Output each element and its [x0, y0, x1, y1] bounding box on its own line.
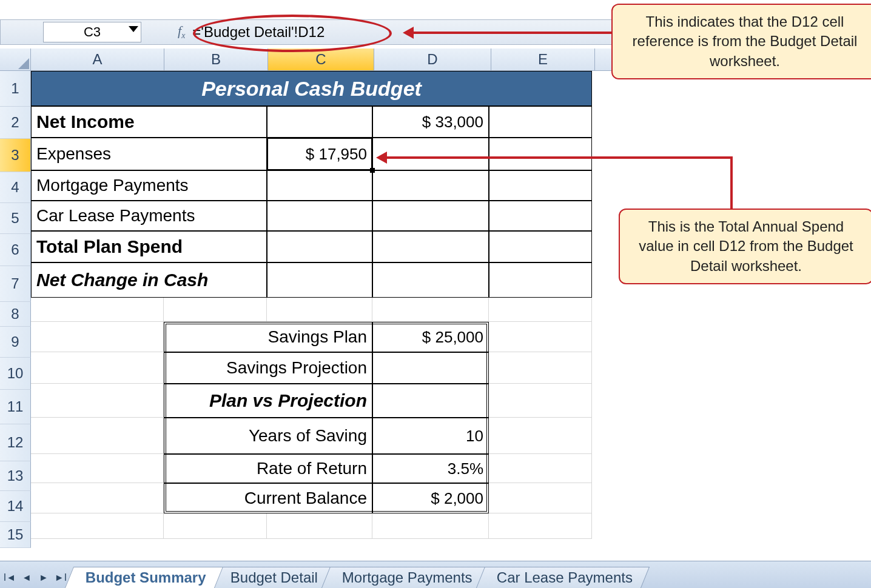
tab-nav-next[interactable]: ►	[38, 571, 50, 584]
row-header-8[interactable]: 8	[0, 302, 31, 327]
sheet-tab-budget-summary[interactable]: Budget Summary	[65, 567, 223, 588]
cell-A4[interactable]: Mortgage Payments	[31, 170, 267, 201]
cell-E8[interactable]	[489, 298, 592, 322]
callout-top: This indicates that the D12 cell referen…	[611, 4, 871, 79]
arrow-line-top	[412, 32, 611, 34]
row-header-11[interactable]: 11	[0, 390, 31, 424]
cell-A1[interactable]: Personal Cash Budget	[31, 71, 592, 106]
arrow-line-bottom-h	[386, 156, 733, 159]
cell-D5[interactable]	[372, 201, 489, 231]
name-box[interactable]: C3	[43, 22, 141, 42]
cell-E15[interactable]	[489, 513, 592, 539]
cell-E10[interactable]	[489, 352, 592, 384]
cell-A6[interactable]: Total Plan Spend	[31, 231, 267, 262]
tab-nav-prev[interactable]: ◄	[21, 571, 33, 584]
cell-A7[interactable]: Net Change in Cash	[31, 262, 267, 298]
cell-D15[interactable]	[372, 513, 489, 539]
cell-C2[interactable]	[267, 106, 372, 138]
cell-C4[interactable]	[267, 170, 372, 201]
cell-A10[interactable]	[31, 352, 164, 384]
select-all-corner[interactable]	[0, 48, 31, 70]
cell-E11[interactable]	[489, 384, 592, 418]
row-header-9[interactable]: 9	[0, 327, 31, 358]
cell-A13[interactable]	[31, 454, 164, 483]
row-header-5[interactable]: 5	[0, 203, 31, 234]
tab-nav-last[interactable]: ►I	[55, 571, 67, 584]
sheet-tab-budget-detail[interactable]: Budget Detail	[210, 567, 335, 588]
cell-A3[interactable]: Expenses	[31, 138, 267, 170]
arrow-line-bottom-v	[730, 156, 733, 210]
cell-E13[interactable]	[489, 454, 592, 483]
row-header-7[interactable]: 7	[0, 266, 31, 302]
cell-C15[interactable]	[267, 513, 372, 539]
svg-marker-0	[18, 58, 29, 69]
cell-A15[interactable]	[31, 513, 164, 539]
row-header-4[interactable]: 4	[0, 172, 31, 203]
cell-D6[interactable]	[372, 231, 489, 262]
row-header-6[interactable]: 6	[0, 234, 31, 266]
col-header-B[interactable]: B	[164, 48, 268, 70]
cell-E14[interactable]	[489, 483, 592, 513]
cell-D8[interactable]	[372, 298, 489, 322]
cell-E7[interactable]	[489, 262, 592, 298]
arrow-head-bottom	[376, 152, 387, 164]
sheet-tab-car-lease-payments[interactable]: Car Lease Payments	[476, 567, 650, 588]
cell-D2[interactable]: $ 33,000	[372, 106, 489, 138]
cell-D3[interactable]	[372, 138, 489, 170]
row-header-2[interactable]: 2	[0, 107, 31, 139]
sheet-tab-bar: I◄ ◄ ► ►I Budget SummaryBudget DetailMor…	[0, 561, 871, 588]
cell-A9[interactable]	[31, 322, 164, 352]
cell-E9[interactable]	[489, 322, 592, 352]
col-header-A[interactable]: A	[31, 48, 164, 70]
cell-E3[interactable]	[489, 138, 592, 170]
annotation-oval	[193, 15, 392, 52]
cell-B15[interactable]	[164, 513, 267, 539]
row-header-13[interactable]: 13	[0, 461, 31, 491]
tab-nav-first[interactable]: I◄	[4, 571, 16, 584]
tab-nav-buttons: I◄ ◄ ► ►I	[4, 571, 67, 584]
row-header-3[interactable]: 3	[0, 139, 31, 172]
cell-A2[interactable]: Net Income	[31, 106, 267, 138]
chevron-down-icon[interactable]	[129, 26, 138, 32]
cell-C5[interactable]	[267, 201, 372, 231]
cell-B8[interactable]	[164, 298, 267, 322]
callout-bottom: This is the Total Annual Spend value in …	[619, 209, 871, 284]
cell-A14[interactable]	[31, 483, 164, 513]
cell-D7[interactable]	[372, 262, 489, 298]
summary-box	[164, 322, 489, 513]
cell-A12[interactable]	[31, 418, 164, 454]
name-box-value: C3	[84, 24, 101, 40]
row-header-10[interactable]: 10	[0, 358, 31, 390]
cell-C3[interactable]: $ 17,950	[267, 138, 372, 170]
spreadsheet: A B C D E 123456789101112131415 Personal…	[0, 48, 614, 568]
cell-E5[interactable]	[489, 201, 592, 231]
cell-E2[interactable]	[489, 106, 592, 138]
col-header-E[interactable]: E	[491, 48, 595, 70]
col-header-D[interactable]: D	[374, 48, 491, 70]
row-header-12[interactable]: 12	[0, 424, 31, 461]
cell-A8[interactable]	[31, 298, 164, 322]
row-header-1[interactable]: 1	[0, 71, 31, 107]
row-header-14[interactable]: 14	[0, 491, 31, 522]
cell-E6[interactable]	[489, 231, 592, 262]
cell-A5[interactable]: Car Lease Payments	[31, 201, 267, 231]
sheet-tab-mortgage-payments[interactable]: Mortgage Payments	[321, 567, 489, 588]
cell-E4[interactable]	[489, 170, 592, 201]
cell-A11[interactable]	[31, 384, 164, 418]
row-headers: 123456789101112131415	[0, 71, 31, 568]
cell-grid[interactable]: Personal Cash BudgetNet IncomeExpensesMo…	[31, 71, 613, 568]
arrow-head-top	[403, 27, 414, 39]
row-header-15[interactable]: 15	[0, 522, 31, 548]
cell-C7[interactable]	[267, 262, 372, 298]
cell-E12[interactable]	[489, 418, 592, 454]
cell-C8[interactable]	[267, 298, 372, 322]
fx-icon[interactable]: fx	[178, 23, 185, 41]
cell-D4[interactable]	[372, 170, 489, 201]
cell-C6[interactable]	[267, 231, 372, 262]
